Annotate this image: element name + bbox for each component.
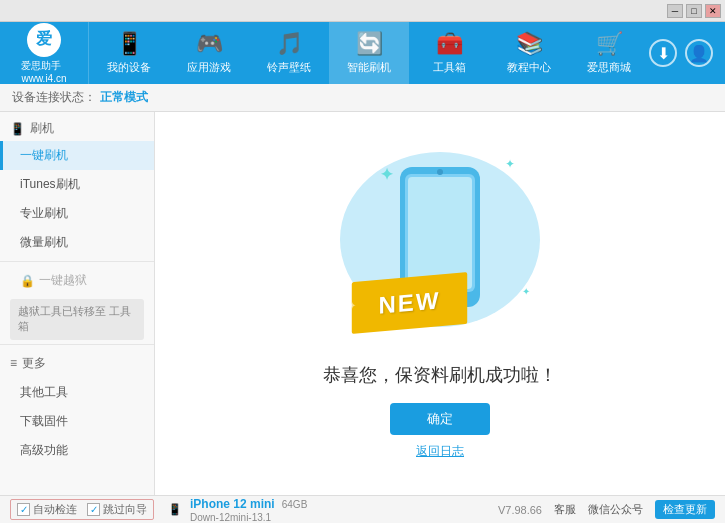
nav-icon-apps: 🎮 (196, 31, 223, 57)
checkbox-group: 自动检连 跳过向导 (10, 499, 154, 520)
skip-wizard-check[interactable] (87, 503, 100, 516)
logo-symbol: 爱 (36, 29, 52, 50)
update-button[interactable]: 检查更新 (655, 500, 715, 519)
device-version: Down-12mini-13.1 (190, 512, 271, 523)
bottom-right: V7.98.66 客服 微信公众号 检查更新 (498, 500, 715, 519)
sidebar-section-more: ≡ 更多 (0, 349, 154, 378)
header-right: ⬇ 👤 (649, 39, 725, 67)
device-storage: 64GB (282, 499, 308, 510)
nav-icon-toolbox: 🧰 (436, 31, 463, 57)
nav-my-device[interactable]: 📱 我的设备 (89, 22, 169, 84)
nav-icon-tutorials: 📚 (516, 31, 543, 57)
restore-btn[interactable]: □ (686, 4, 702, 18)
device-info: 📱 iPhone 12 mini 64GB Down-12mini-13.1 (168, 497, 307, 523)
nav-ringtones[interactable]: 🎵 铃声壁纸 (249, 22, 329, 84)
sidebar-item-other-tools[interactable]: 其他工具 (0, 378, 154, 407)
nav-bar: 📱 我的设备 🎮 应用游戏 🎵 铃声壁纸 🔄 智能刷机 🧰 工具箱 📚 教程中心… (89, 22, 649, 84)
nav-store[interactable]: 🛒 爱思商城 (569, 22, 649, 84)
auto-connect-checkbox[interactable]: 自动检连 (17, 502, 77, 517)
sidebar-section-flash: 📱 刷机 (0, 112, 154, 141)
sidebar-divider-2 (0, 344, 154, 345)
nav-icon-device: 📱 (116, 31, 143, 57)
nav-icon-store: 🛒 (596, 31, 623, 57)
nav-icon-flash: 🔄 (356, 31, 383, 57)
nav-apps-games[interactable]: 🎮 应用游戏 (169, 22, 249, 84)
bottom-left: 自动检连 跳过向导 📱 iPhone 12 mini 64GB Down-12m… (10, 497, 498, 523)
return-link[interactable]: 返回日志 (416, 443, 464, 460)
section-flash-icon: 📱 (10, 122, 25, 136)
bottom-bar: 自动检连 跳过向导 📱 iPhone 12 mini 64GB Down-12m… (0, 495, 725, 523)
nav-smart-flash[interactable]: 🔄 智能刷机 (329, 22, 409, 84)
account-btn[interactable]: 👤 (685, 39, 713, 67)
success-title: 恭喜您，保资料刷机成功啦！ (323, 363, 557, 387)
new-badge-text: NEW (378, 286, 440, 319)
device-details: iPhone 12 mini 64GB Down-12mini-13.1 (190, 497, 307, 523)
sidebar-item-download-firmware[interactable]: 下载固件 (0, 407, 154, 436)
main-layout: 📱 刷机 一键刷机 iTunes刷机 专业刷机 微量刷机 🔒 一键越狱 越狱工具… (0, 112, 725, 495)
sidebar-item-mini-flash[interactable]: 微量刷机 (0, 228, 154, 257)
download-btn[interactable]: ⬇ (649, 39, 677, 67)
confirm-button[interactable]: 确定 (390, 403, 490, 435)
star-right: ✦ (497, 306, 505, 317)
sidebar-item-one-click-flash[interactable]: 一键刷机 (0, 141, 154, 170)
nav-icon-ringtones: 🎵 (276, 31, 303, 57)
status-bar: 设备连接状态： 正常模式 (0, 84, 725, 112)
new-banner: NEW (352, 272, 467, 334)
logo-icon: 爱 (27, 23, 61, 57)
title-bar: ─ □ ✕ (0, 0, 725, 22)
auto-connect-check[interactable] (17, 503, 30, 516)
logo-area: 爱 爱思助手 www.i4.cn (0, 22, 89, 84)
sidebar-gray-box-jailbreak: 越狱工具已转移至 工具箱 (10, 299, 144, 340)
skip-wizard-checkbox[interactable]: 跳过向导 (87, 502, 147, 517)
logo-text: 爱思助手 www.i4.cn (21, 59, 66, 84)
window-controls[interactable]: ─ □ ✕ (667, 4, 721, 18)
sidebar-section-jailbreak: 🔒 一键越狱 (0, 266, 154, 295)
sparkle-3: ✦ (522, 286, 530, 297)
device-phone-icon: 📱 (168, 503, 182, 516)
sidebar: 📱 刷机 一键刷机 iTunes刷机 专业刷机 微量刷机 🔒 一键越狱 越狱工具… (0, 112, 155, 495)
lock-icon: 🔒 (20, 274, 35, 288)
phone-illustration: ✦ ✦ ✦ NEW ✦ ✦ (330, 147, 550, 347)
sparkle-2: ✦ (505, 157, 515, 171)
sparkle-1: ✦ (380, 165, 393, 184)
sidebar-item-pro-flash[interactable]: 专业刷机 (0, 199, 154, 228)
wechat-link[interactable]: 微信公众号 (588, 502, 643, 517)
close-btn[interactable]: ✕ (705, 4, 721, 18)
nav-toolbox[interactable]: 🧰 工具箱 (409, 22, 489, 84)
minimize-btn[interactable]: ─ (667, 4, 683, 18)
sidebar-item-itunes-flash[interactable]: iTunes刷机 (0, 170, 154, 199)
version-text: V7.98.66 (498, 504, 542, 516)
sidebar-item-advanced[interactable]: 高级功能 (0, 436, 154, 465)
nav-tutorials[interactable]: 📚 教程中心 (489, 22, 569, 84)
content-area: ✦ ✦ ✦ NEW ✦ ✦ 恭喜您，保资料刷机成功啦！ (155, 112, 725, 495)
customer-service-link[interactable]: 客服 (554, 502, 576, 517)
sidebar-divider-1 (0, 261, 154, 262)
star-left: ✦ (348, 300, 356, 311)
header: 爱 爱思助手 www.i4.cn 📱 我的设备 🎮 应用游戏 🎵 铃声壁纸 🔄 … (0, 22, 725, 84)
svg-point-4 (437, 169, 443, 175)
more-section-icon: ≡ (10, 356, 17, 370)
